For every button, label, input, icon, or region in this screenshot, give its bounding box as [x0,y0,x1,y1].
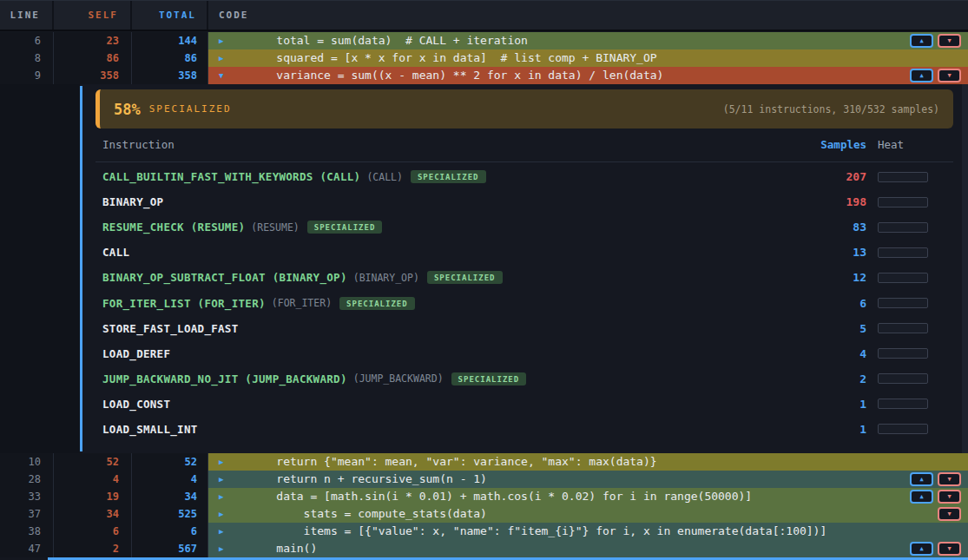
specialized-badge: SPECIALIZED [307,221,383,234]
move-up-button[interactable]: ▲ [910,490,933,504]
code-row[interactable]: 28 4 4 ▶ return n + recursive_sum(n - 1)… [0,471,968,488]
code-text: squared = [x * x for x in data] # list c… [208,49,968,67]
specialized-badge: SPECIALIZED [339,297,415,310]
row-buttons: ▲▼ [910,542,961,556]
total-samples: 567 [132,540,208,557]
move-down-button[interactable]: ▼ [938,490,961,504]
expand-arrow-icon[interactable]: ▶ [219,32,223,49]
up-triangle-icon: ▲ [919,73,923,79]
code-row[interactable]: 10 52 52 ▶ return {"mean": mean, "var": … [0,453,968,471]
move-up-button[interactable]: ▲ [910,69,933,82]
instruction-name: BINARY_OP [102,195,163,208]
move-down-button[interactable]: ▼ [938,542,961,556]
move-down-button[interactable]: ▼ [938,34,961,48]
instruction-row: LOAD_SMALL_INT 1 [0,417,968,442]
down-triangle-icon: ▼ [947,511,951,517]
code-cell[interactable]: ▶ items = [{"value": x, "name": f"item_{… [208,523,968,540]
code-text: return n + recursive_sum(n - 1) [208,471,968,488]
self-samples: 86 [54,49,132,67]
expand-arrow-icon[interactable]: ▶ [219,49,223,67]
specialized-badge: SPECIALIZED [451,372,527,385]
code-cell[interactable]: ▶ return {"mean": mean, "var": variance,… [208,453,968,471]
expand-arrow-icon[interactable]: ▶ [219,471,223,488]
instruction-row: LOAD_DEREF 4 [0,341,968,366]
down-triangle-icon: ▼ [947,38,951,44]
code-cell[interactable]: ▶ return n + recursive_sum(n - 1) ▲▼ [208,471,968,488]
instruction-row: CALL 13 [0,240,968,265]
self-samples: 4 [54,471,132,488]
code-cell[interactable]: ▶ squared = [x * x for x in data] # list… [208,49,968,67]
instruction-row: BINARY_OP_SUBTRACT_FLOAT (BINARY_OP) (BI… [0,265,968,290]
expand-arrow-icon[interactable]: ▶ [219,488,223,505]
move-down-button[interactable]: ▼ [938,69,961,82]
code-row[interactable]: 8 86 86 ▶ squared = [x * x for x in data… [0,49,968,67]
instruction-base-opcode: (FOR_ITER) [272,297,332,309]
heat-column-header: Heat [878,138,904,151]
code-cell[interactable]: ▶ stats = compute_stats(data) ▼ [208,505,968,523]
heat-bar-track [878,222,928,233]
total-samples: 144 [132,32,208,49]
heat-bar-track [878,373,928,384]
heat-bar-track [878,348,928,359]
expand-arrow-icon[interactable]: ▶ [219,523,223,540]
instruction-base-opcode: (JUMP_BACKWARD) [353,372,444,385]
move-down-button[interactable]: ▼ [938,472,961,486]
instruction-table-header: Instruction Samples Heat [0,138,968,157]
code-cell[interactable]: ▶ main() ▲▼ [208,540,968,557]
code-row[interactable]: 37 34 525 ▶ stats = compute_stats(data) … [0,505,968,523]
line-number: 28 [0,471,54,488]
specialized-summary: (5/11 instructions, 310/532 samples) [723,103,939,115]
code-cell[interactable]: ▶ data = [math.sin(i * 0.01) + math.cos(… [208,488,968,505]
instruction-sample-count: 2 [799,372,866,385]
heat-bar-track [878,424,928,434]
self-samples: 2 [54,540,132,557]
instruction-sample-count: 83 [799,221,866,234]
heat-bar-track [878,298,928,308]
heat-bar-track [878,172,928,182]
code-row[interactable]: 38 6 6 ▶ items = [{"value": x, "name": f… [0,523,968,540]
column-header-self: SELF [54,1,132,30]
move-down-button[interactable]: ▼ [938,507,961,521]
line-number: 37 [0,505,54,523]
samples-column-header[interactable]: Samples [799,138,866,151]
code-row[interactable]: 33 19 34 ▶ data = [math.sin(i * 0.01) + … [0,488,968,505]
code-cell[interactable]: ▼ variance = sum((x - mean) ** 2 for x i… [208,67,968,84]
code-row[interactable]: 6 23 144 ▶ total = sum(data) # CALL + it… [0,32,968,49]
move-up-button[interactable]: ▲ [910,34,933,48]
specialized-percent: 58% [114,101,141,118]
move-up-button[interactable]: ▲ [910,472,933,486]
instruction-name: STORE_FAST_LOAD_FAST [102,322,239,335]
specialized-badge: SPECIALIZED [427,271,503,284]
code-cell[interactable]: ▶ total = sum(data) # CALL + iteration ▲… [208,32,968,49]
heat-bar-track [878,323,928,333]
instruction-name: CALL [102,246,129,259]
code-row[interactable]: 47 2 567 ▶ main() ▲▼ [0,540,968,557]
instruction-sample-count: 12 [799,271,866,284]
code-text: main() [208,540,968,557]
instruction-row: RESUME_CHECK (RESUME) (RESUME) SPECIALIZ… [0,214,968,240]
move-up-button[interactable]: ▲ [910,542,933,556]
code-text: items = [{"value": x, "name": f"item_{i}… [208,523,968,540]
instruction-name: LOAD_CONST [102,398,170,411]
total-samples: 6 [132,523,208,540]
column-header-line: LINE [0,1,54,30]
expand-arrow-icon[interactable]: ▶ [219,453,223,471]
code-text: return {"mean": mean, "var": variance, "… [208,453,968,471]
header-divider [95,161,953,162]
up-triangle-icon: ▲ [919,477,923,483]
collapse-arrow-icon[interactable]: ▼ [219,67,223,84]
code-row[interactable]: 9 358 358 ▼ variance = sum((x - mean) **… [0,67,968,84]
instruction-sample-count: 6 [799,297,866,310]
row-buttons: ▲▼ [910,34,961,48]
line-number: 9 [0,67,54,84]
instruction-base-opcode: (CALL) [366,171,403,183]
line-number: 6 [0,32,54,49]
expand-arrow-icon[interactable]: ▶ [219,505,223,523]
self-samples: 23 [54,32,132,49]
line-number: 8 [0,49,54,67]
row-buttons: ▲▼ [910,472,961,486]
heat-bar-track [878,197,928,208]
expand-arrow-icon[interactable]: ▶ [219,540,223,557]
up-triangle-icon: ▲ [919,494,923,500]
heat-bar-track [878,273,928,283]
